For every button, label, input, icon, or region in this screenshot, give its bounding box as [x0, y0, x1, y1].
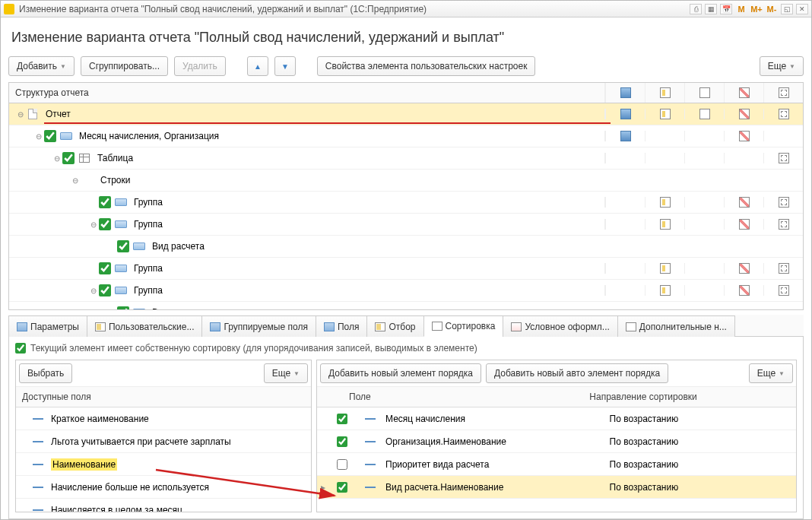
list-item[interactable]: Краткое наименование	[16, 407, 311, 430]
move-up-button[interactable]	[247, 56, 268, 76]
right-more-button[interactable]: Еще▼	[749, 363, 793, 383]
row-icon-cell[interactable]	[605, 219, 645, 230]
add-button[interactable]: Добавить▼	[8, 56, 75, 76]
row-icon-cell[interactable]	[605, 131, 645, 141]
tree-row[interactable]: Вид расчета	[9, 302, 803, 309]
sort-row[interactable]: Месяц начисленияПо возрастанию	[317, 407, 796, 430]
row-icon-cell[interactable]	[684, 219, 724, 230]
m-button[interactable]: M	[735, 4, 747, 14]
row-icon-cell[interactable]	[605, 263, 645, 274]
row-checkbox[interactable]	[99, 196, 111, 208]
tree-row[interactable]: ⊖Таблица	[9, 147, 803, 170]
row-icon-cell[interactable]	[724, 109, 763, 119]
row-checkbox[interactable]	[117, 240, 129, 252]
delete-button[interactable]: Удалить	[174, 56, 226, 76]
tree-rows[interactable]: ⊖Отчет⊖Месяц начисления, Организация⊖Таб…	[9, 103, 803, 309]
tab-filter[interactable]: Отбор	[366, 315, 423, 337]
tab-extra[interactable]: Дополнительные н...	[617, 315, 735, 337]
expand-icon[interactable]: ⊖	[70, 176, 81, 185]
row-icon-cell[interactable]	[684, 109, 724, 119]
head-col-2[interactable]	[645, 83, 684, 103]
row-checkbox[interactable]	[99, 218, 111, 230]
sort-row-checkbox[interactable]	[337, 436, 347, 447]
row-icon-cell[interactable]	[724, 153, 763, 163]
head-col-3[interactable]	[684, 83, 724, 103]
tree-row[interactable]: Группа	[9, 258, 803, 280]
calc-icon[interactable]: ▦	[705, 4, 717, 14]
row-icon-cell[interactable]	[605, 285, 645, 296]
tree-row[interactable]: Вид расчета	[9, 236, 803, 258]
row-checkbox[interactable]	[99, 284, 111, 296]
props-button[interactable]: Свойства элемента пользовательских настр…	[317, 56, 536, 76]
row-icon-cell[interactable]	[645, 219, 684, 230]
sort-row-checkbox[interactable]	[337, 459, 347, 470]
tree-row[interactable]: ⊖Отчет	[9, 103, 803, 125]
select-button[interactable]: Выбрать	[19, 363, 72, 383]
row-icon-cell[interactable]	[763, 219, 803, 230]
group-button[interactable]: Сгруппировать...	[81, 56, 168, 76]
row-icon-cell[interactable]	[763, 285, 803, 296]
row-icon-cell[interactable]	[605, 197, 645, 208]
list-item[interactable]: Начисляется в целом за месяц	[16, 499, 311, 512]
row-icon-cell[interactable]	[684, 153, 724, 163]
head-col-5[interactable]	[763, 83, 803, 103]
calendar-icon[interactable]: 📅	[720, 4, 732, 14]
row-icon-cell[interactable]	[724, 197, 763, 208]
row-icon-cell[interactable]	[684, 285, 724, 296]
print-icon[interactable]: ⎙	[690, 4, 702, 14]
expand-icon[interactable]: ⊖	[88, 287, 99, 295]
row-icon-cell[interactable]	[684, 131, 724, 141]
move-down-button[interactable]	[274, 56, 296, 76]
head-col-1[interactable]	[605, 83, 645, 103]
row-icon-cell[interactable]	[763, 109, 803, 119]
head-col-4[interactable]	[724, 83, 763, 103]
restore-icon[interactable]: ◱	[781, 4, 793, 14]
more-button[interactable]: Еще▼	[760, 56, 804, 76]
tab-groupable[interactable]: Группируемые поля	[201, 315, 316, 337]
row-icon-cell[interactable]	[724, 219, 763, 230]
row-checkbox[interactable]	[99, 262, 111, 274]
sort-row[interactable]: Организация.НаименованиеПо возрастанию	[317, 430, 796, 453]
row-icon-cell[interactable]	[763, 197, 803, 208]
row-icon-cell[interactable]	[684, 197, 724, 208]
list-item[interactable]: Наименование	[16, 453, 311, 476]
list-item[interactable]: Начисление больше не используется	[16, 476, 311, 499]
tree-row[interactable]: ⊖Месяц начисления, Организация	[9, 125, 803, 147]
row-icon-cell[interactable]	[763, 131, 803, 141]
row-icon-cell[interactable]	[763, 263, 803, 274]
sort-row-checkbox[interactable]	[337, 482, 347, 493]
list-item[interactable]: Льгота учитывается при расчете зарплаты	[16, 430, 311, 453]
expand-icon[interactable]: ⊖	[52, 154, 62, 163]
add-elem-button[interactable]: Добавить новый элемент порядка	[320, 363, 481, 383]
sort-row[interactable]: ▸Вид расчета.НаименованиеПо возрастанию	[317, 476, 796, 499]
sort-fields-list[interactable]: Месяц начисленияПо возрастаниюОрганизаци…	[317, 407, 796, 512]
row-icon-cell[interactable]	[605, 153, 645, 163]
row-icon-cell[interactable]	[645, 131, 684, 141]
sort-row-checkbox[interactable]	[337, 414, 347, 424]
sort-row[interactable]: Приоритет вида расчетаПо возрастанию	[317, 453, 796, 476]
expand-icon[interactable]: ⊖	[15, 110, 26, 119]
row-icon-cell[interactable]	[724, 285, 763, 296]
tree-row[interactable]: ⊖Строки	[9, 170, 803, 192]
close-icon[interactable]: ✕	[796, 4, 808, 14]
expand-icon[interactable]: ⊖	[33, 132, 44, 141]
left-more-button[interactable]: Еще▼	[264, 363, 308, 383]
row-icon-cell[interactable]	[645, 197, 684, 208]
tree-row[interactable]: ⊖Группа	[9, 214, 803, 236]
mminus-button[interactable]: M-	[766, 4, 778, 14]
tab-fields[interactable]: Поля	[316, 315, 368, 337]
row-icon-cell[interactable]	[645, 285, 684, 296]
tab-user[interactable]: Пользовательские...	[87, 315, 203, 337]
available-fields-list[interactable]: Краткое наименованиеЛьгота учитывается п…	[16, 407, 311, 512]
row-icon-cell[interactable]	[684, 263, 724, 274]
row-checkbox[interactable]	[117, 306, 129, 309]
row-checkbox[interactable]	[44, 130, 56, 142]
tab-cond[interactable]: Условное оформл...	[503, 315, 617, 337]
row-icon-cell[interactable]	[763, 153, 803, 163]
own-sort-checkbox[interactable]	[15, 343, 26, 354]
add-auto-button[interactable]: Добавить новый авто элемент порядка	[486, 363, 668, 383]
row-icon-cell[interactable]	[645, 109, 684, 119]
tab-params[interactable]: Параметры	[8, 315, 87, 337]
row-icon-cell[interactable]	[605, 109, 645, 119]
mplus-button[interactable]: M+	[750, 4, 763, 14]
